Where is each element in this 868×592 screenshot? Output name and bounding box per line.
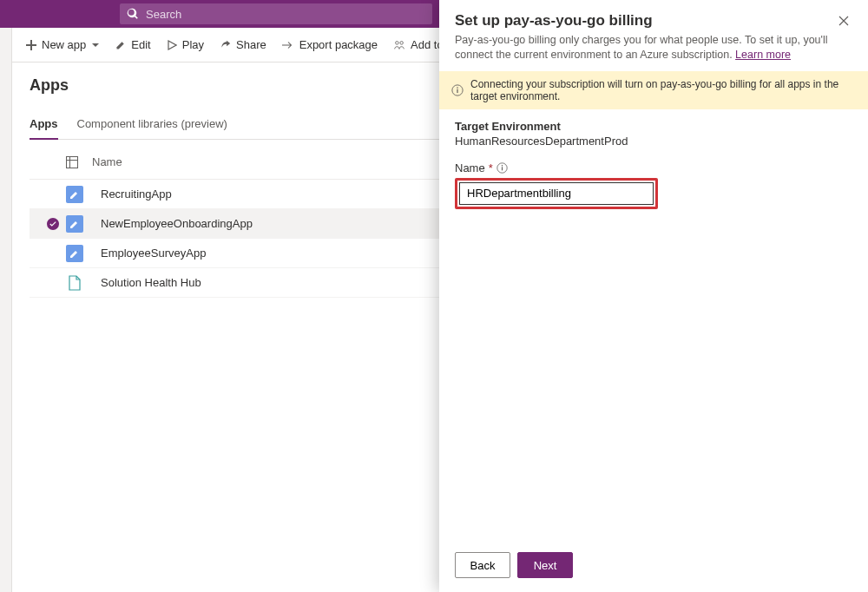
name-input-highlight (455, 178, 658, 209)
learn-more-link[interactable]: Learn more (735, 49, 791, 61)
svg-rect-6 (457, 89, 457, 92)
search-input[interactable] (146, 8, 425, 21)
app-icon (66, 186, 83, 203)
info-icon[interactable] (496, 162, 508, 174)
document-icon (66, 274, 83, 292)
tab-component-libraries[interactable]: Component libraries (preview) (77, 110, 227, 139)
target-environment-value: HumanResourcesDepartmentProd (455, 135, 852, 148)
next-button[interactable]: Next (517, 552, 573, 578)
svg-point-0 (396, 41, 399, 44)
billing-panel: Set up pay-as-you-go billing Pay-as-you-… (439, 0, 868, 592)
svg-point-1 (400, 41, 404, 44)
search-box[interactable] (120, 3, 432, 24)
app-icon (66, 215, 83, 233)
play-button[interactable]: Play (167, 38, 204, 51)
panel-title: Set up pay-as-you-go billing (455, 12, 835, 30)
billing-name-input[interactable] (459, 182, 654, 205)
app-icon (66, 245, 83, 262)
close-icon (838, 16, 849, 26)
share-button[interactable]: Share (220, 38, 266, 51)
back-button[interactable]: Back (455, 552, 510, 578)
selected-check-icon (47, 218, 59, 230)
search-icon (127, 8, 139, 20)
panel-description: Pay-as-you-go billing only charges you f… (455, 33, 852, 62)
svg-point-8 (502, 165, 503, 166)
new-app-button[interactable]: New app (26, 38, 100, 51)
target-environment-label: Target Environment (455, 120, 852, 133)
chevron-down-icon (91, 41, 100, 49)
name-field-label: Name * (455, 161, 852, 174)
info-icon (451, 84, 464, 96)
svg-rect-9 (502, 167, 503, 170)
edit-button[interactable]: Edit (115, 38, 150, 51)
export-package-button[interactable]: Export package (282, 38, 378, 51)
left-nav-rail (0, 28, 12, 592)
layout-icon (66, 156, 78, 168)
svg-point-5 (457, 87, 458, 89)
close-button[interactable] (835, 12, 852, 30)
tab-apps[interactable]: Apps (30, 110, 58, 139)
required-asterisk: * (489, 161, 493, 174)
svg-rect-3 (67, 156, 78, 168)
info-banner: Connecting your subscription will turn o… (439, 71, 868, 109)
